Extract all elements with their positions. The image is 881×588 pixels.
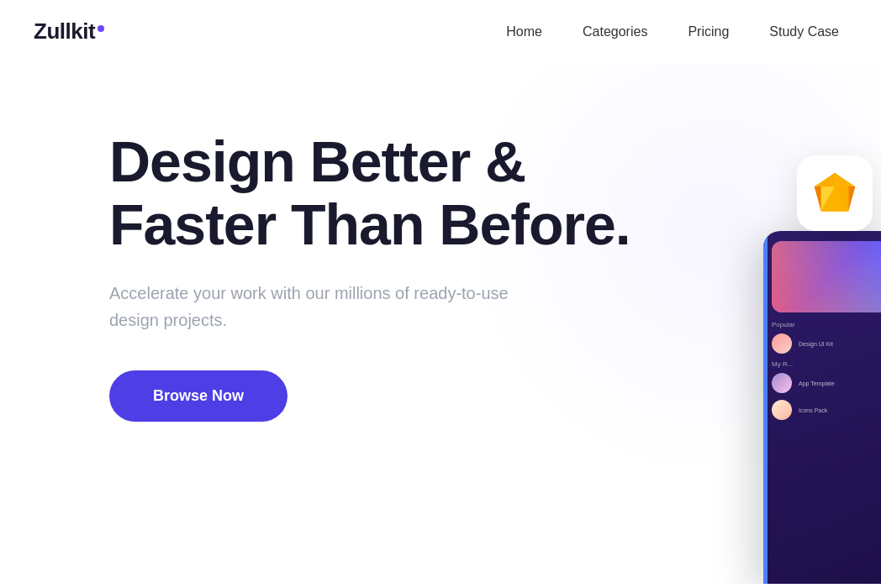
main-nav: Home Categories Pricing Study Case: [506, 24, 839, 39]
browse-now-button[interactable]: Browse Now: [109, 370, 288, 422]
hero-title-line2: Faster Than Before.: [109, 192, 630, 256]
panel-item-3: Icons Pack: [772, 400, 881, 420]
sketch-card: [797, 155, 873, 231]
panel-label-my: My R...: [772, 360, 881, 368]
app-panel-inner: Popular Design UI Kit My R... App Templa…: [763, 231, 881, 437]
gradient-bar: [772, 241, 881, 312]
nav-study-case[interactable]: Study Case: [769, 24, 839, 39]
logo-dot: [98, 25, 104, 32]
hero-content: Design Better & Faster Than Before. Acce…: [109, 130, 630, 422]
panel-item-2: App Template: [772, 373, 881, 393]
logo-text: Zullkit: [34, 18, 95, 45]
hero-title-line1: Design Better &: [109, 129, 525, 193]
hero-title: Design Better & Faster Than Before.: [109, 130, 630, 256]
nav-home[interactable]: Home: [506, 24, 542, 39]
header: Zullkit Home Categories Pricing Study Ca…: [0, 0, 881, 63]
panel-item-1: Design UI Kit: [772, 333, 881, 354]
panel-text-2: App Template: [799, 381, 835, 386]
hero-section: Design Better & Faster Than Before. Acce…: [0, 63, 881, 584]
logo[interactable]: Zullkit: [34, 18, 104, 45]
sketch-icon: [812, 171, 857, 216]
hero-subtitle: Accelerate your work with our millions o…: [109, 280, 513, 333]
panel-text-1: Design UI Kit: [799, 341, 833, 347]
svg-marker-2: [815, 186, 821, 212]
panel-label-popular: Popular: [772, 321, 881, 328]
panel-avatar-2: [772, 373, 792, 393]
panel-avatar-3: [772, 400, 792, 420]
nav-pricing[interactable]: Pricing: [688, 24, 729, 39]
svg-marker-3: [848, 186, 855, 212]
nav-categories[interactable]: Categories: [583, 24, 647, 39]
panel-avatar-1: [772, 333, 792, 354]
panel-text-3: Icons Pack: [799, 407, 827, 413]
app-panel: Popular Design UI Kit My R... App Templa…: [763, 231, 881, 584]
blue-strip: [763, 231, 768, 584]
